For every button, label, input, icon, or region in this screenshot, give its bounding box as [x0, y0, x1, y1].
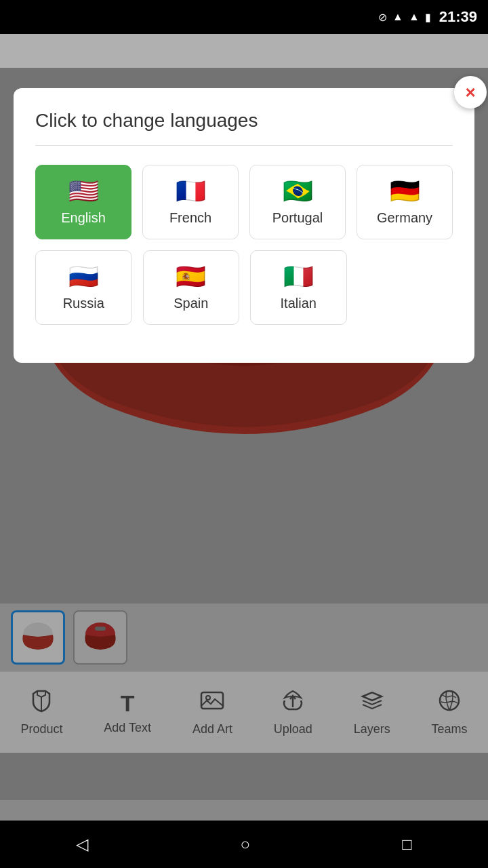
home-button[interactable]: ○	[240, 835, 250, 854]
lang-btn-english[interactable]: 🇺🇸 English	[35, 165, 131, 239]
grid-spacer	[358, 250, 453, 325]
signal-icon: ▲	[409, 11, 420, 23]
status-time: 21:39	[439, 8, 477, 26]
germany-flag: 🇩🇪	[390, 179, 420, 203]
status-icons: ⊘ ▲ ▲ ▮	[378, 11, 431, 24]
portugal-label: Portugal	[272, 210, 323, 226]
modal-divider	[35, 145, 453, 146]
main-content: Name Produ	[0, 34, 488, 800]
russia-flag: 🇷🇺	[68, 264, 99, 289]
lang-btn-germany[interactable]: 🇩🇪 Germany	[357, 165, 453, 239]
french-flag: 🇫🇷	[176, 179, 206, 203]
modal-overlay: × Click to change languages 🇺🇸 English 🇫…	[0, 68, 488, 800]
spain-label: Spain	[174, 296, 208, 311]
battery-icon: ▮	[425, 11, 431, 24]
lang-btn-french[interactable]: 🇫🇷 French	[142, 165, 239, 239]
russia-label: Russia	[63, 296, 104, 311]
spain-flag: 🇪🇸	[176, 264, 206, 289]
language-row-1: 🇺🇸 English 🇫🇷 French 🇧🇷 Portugal 🇩🇪 Germ…	[35, 165, 453, 239]
italian-flag: 🇮🇹	[283, 264, 314, 289]
lang-btn-italian[interactable]: 🇮🇹 Italian	[250, 250, 347, 325]
italian-label: Italian	[281, 296, 317, 311]
portugal-flag: 🇧🇷	[283, 179, 313, 203]
recent-button[interactable]: □	[402, 835, 412, 854]
modal-close-button[interactable]: ×	[454, 76, 487, 108]
french-label: French	[169, 210, 211, 226]
back-button[interactable]: ◁	[76, 835, 88, 854]
lang-btn-portugal[interactable]: 🇧🇷 Portugal	[249, 165, 346, 239]
english-flag: 🇺🇸	[68, 179, 99, 203]
germany-label: Germany	[377, 210, 432, 226]
lang-btn-spain[interactable]: 🇪🇸 Spain	[143, 250, 240, 325]
close-icon: ×	[465, 82, 475, 103]
system-nav: ◁ ○ □	[0, 821, 488, 868]
language-row-2: 🇷🇺 Russia 🇪🇸 Spain 🇮🇹 Italian	[35, 250, 453, 325]
english-label: English	[61, 210, 106, 226]
modal-title: Click to change languages	[35, 110, 453, 132]
lang-btn-russia[interactable]: 🇷🇺 Russia	[35, 250, 132, 325]
status-bar: ⊘ ▲ ▲ ▮ 21:39	[0, 0, 488, 34]
wifi-icon: ▲	[392, 11, 403, 23]
block-icon: ⊘	[378, 11, 387, 24]
language-modal: × Click to change languages 🇺🇸 English 🇫…	[14, 88, 474, 363]
